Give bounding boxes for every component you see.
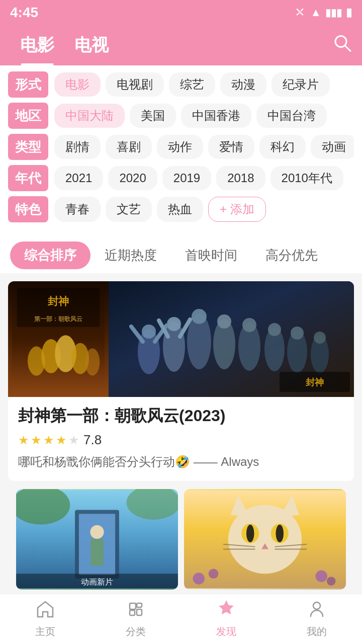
filter-tags-year: 2021 2020 2019 2018 2010年代 — [54, 166, 354, 190]
nav-mine[interactable]: 我的 — [272, 594, 362, 644]
svg-point-48 — [276, 525, 284, 542]
svg-point-37 — [90, 525, 104, 539]
sort-tab-highscore[interactable]: 高分优先 — [251, 242, 332, 269]
star-4: ★ — [56, 433, 67, 447]
cat-poster-art — [184, 489, 346, 590]
svg-text:第一部：朝歌风云: 第一部：朝歌风云 — [34, 315, 82, 322]
filter-tag-mainland[interactable]: 中国大陆 — [54, 104, 125, 128]
filter-tag-us[interactable]: 美国 — [130, 104, 176, 128]
movie-card-fengshen[interactable]: 封神 第一部：朝歌风云 — [8, 281, 354, 481]
filter-tag-2018[interactable]: 2018 — [216, 166, 265, 190]
star-5: ★ — [68, 433, 79, 447]
filter-tag-action[interactable]: 动作 — [157, 135, 203, 159]
gallery-icon: ⛌ — [295, 6, 306, 19]
movie-poster: 封神 第一部：朝歌风云 — [8, 281, 109, 397]
filter-row-format: 形式 电影 电视剧 综艺 动漫 纪录片 — [8, 71, 354, 98]
filter-tag-2020[interactable]: 2020 — [108, 166, 157, 190]
nav-home[interactable]: 主页 — [0, 594, 90, 644]
movie-title: 封神第一部：朝歌风云(2023) — [18, 405, 344, 427]
mine-icon — [308, 600, 326, 623]
star-2: ★ — [31, 433, 42, 447]
svg-text:动画新片: 动画新片 — [81, 578, 113, 586]
filter-tag-drama[interactable]: 剧情 — [54, 135, 101, 159]
nav-category[interactable]: 分类 — [90, 594, 181, 644]
svg-text:封神: 封神 — [306, 377, 324, 387]
filter-row-feature: 特色 青春 文艺 热血 + 添加 — [8, 196, 354, 222]
filter-tag-movie[interactable]: 电影 — [54, 72, 101, 97]
sort-tab-recent[interactable]: 近期热度 — [90, 242, 171, 269]
svg-point-25 — [291, 327, 304, 340]
svg-point-60 — [313, 602, 320, 609]
sort-tab-comprehensive[interactable]: 综合排序 — [10, 242, 90, 269]
movie-grid-item-anime[interactable]: 动画新片 — [16, 489, 178, 590]
filter-tag-variety[interactable]: 综艺 — [169, 72, 215, 97]
filter-tags-region: 中国大陆 美国 中国香港 中国台湾 — [54, 104, 354, 128]
filter-tag-romance[interactable]: 爱情 — [208, 135, 254, 159]
filter-label-region: 地区 — [8, 103, 48, 129]
filter-tag-2010s[interactable]: 2010年代 — [270, 166, 343, 190]
nav-mine-label: 我的 — [307, 625, 327, 638]
home-icon — [36, 600, 54, 623]
tab-movie[interactable]: 电影 — [10, 25, 64, 65]
movie-grid-item-cat[interactable] — [184, 489, 346, 590]
bottom-nav: 主页 分类 发现 我的 — [0, 594, 362, 644]
svg-point-57 — [209, 569, 219, 579]
filter-row-year: 年代 2021 2020 2019 2018 2010年代 — [8, 165, 354, 191]
svg-point-47 — [246, 525, 254, 542]
svg-point-19 — [217, 314, 231, 329]
nav-home-label: 主页 — [35, 625, 55, 638]
filter-label-format: 形式 — [8, 71, 48, 98]
status-bar: 4:45 ⛌ ▲ ▮▮▮ ▮ — [0, 0, 362, 25]
wifi-icon: ▲ — [310, 6, 321, 19]
filter-add-button[interactable]: + 添加 — [208, 197, 266, 222]
discover-icon — [217, 600, 235, 623]
filter-tag-hk[interactable]: 中国香港 — [181, 104, 251, 128]
filter-tag-tv-drama[interactable]: 电视剧 — [106, 72, 164, 97]
filter-label-year: 年代 — [8, 165, 48, 191]
top-nav: 电影 电视 — [0, 25, 362, 65]
movie-images: 封神 第一部：朝歌风云 — [8, 281, 354, 397]
banner-art: 封神 — [109, 281, 354, 397]
movie-description: 哪吒和杨戬你俩能否分头行动🤣 —— Always — [18, 453, 344, 471]
filter-tag-tw[interactable]: 中国台湾 — [256, 104, 327, 128]
filter-label-type: 类型 — [8, 134, 48, 160]
filter-row-type: 类型 剧情 喜剧 动作 爱情 科幻 动画 — [8, 134, 354, 160]
svg-line-1 — [345, 46, 350, 51]
movie-info: 封神第一部：朝歌风云(2023) ★ ★ ★ ★ ★ 7.8 哪吒和杨戬你俩能否… — [8, 397, 354, 481]
svg-point-13 — [142, 325, 156, 339]
movie-banner: 封神 — [109, 281, 354, 397]
filter-tag-2021[interactable]: 2021 — [54, 166, 103, 190]
filter-tag-animation[interactable]: 动画 — [311, 135, 354, 159]
filter-tag-hot[interactable]: 热血 — [157, 197, 203, 222]
nav-discover-label: 发现 — [216, 625, 236, 638]
category-icon — [127, 600, 145, 623]
status-icons: ⛌ ▲ ▮▮▮ ▮ — [295, 6, 352, 19]
battery-icon: ▮ — [346, 6, 352, 19]
svg-point-21 — [242, 318, 256, 332]
search-icon — [333, 34, 352, 53]
stars: ★ ★ ★ ★ ★ — [18, 433, 79, 447]
nav-discover[interactable]: 发现 — [181, 594, 272, 644]
rating-number: 7.8 — [83, 432, 102, 448]
filter-tag-documentary[interactable]: 纪录片 — [272, 72, 330, 97]
anime-poster-art: 动画新片 — [16, 489, 178, 590]
movie-list: 封神 第一部：朝歌风云 — [0, 275, 362, 604]
filter-tag-anime[interactable]: 动漫 — [220, 72, 266, 97]
sort-tab-release[interactable]: 首映时间 — [171, 242, 251, 269]
status-time: 4:45 — [10, 5, 38, 21]
filter-tag-scifi[interactable]: 科幻 — [259, 135, 306, 159]
star-3: ★ — [43, 433, 54, 447]
filter-tag-youth[interactable]: 青春 — [54, 197, 101, 222]
filter-tag-art[interactable]: 文艺 — [106, 197, 152, 222]
svg-point-15 — [167, 317, 181, 331]
svg-point-23 — [268, 323, 281, 336]
filter-tag-2019[interactable]: 2019 — [162, 166, 211, 190]
filter-tags-format: 电影 电视剧 综艺 动漫 纪录片 — [54, 72, 354, 97]
search-button[interactable] — [333, 34, 352, 57]
nav-category-label: 分类 — [126, 625, 146, 638]
filter-tag-comedy[interactable]: 喜剧 — [106, 135, 152, 159]
svg-text:封神: 封神 — [48, 295, 69, 307]
tab-tv[interactable]: 电视 — [64, 25, 119, 65]
signal-icon: ▮▮▮ — [325, 7, 342, 19]
svg-point-17 — [192, 309, 207, 324]
